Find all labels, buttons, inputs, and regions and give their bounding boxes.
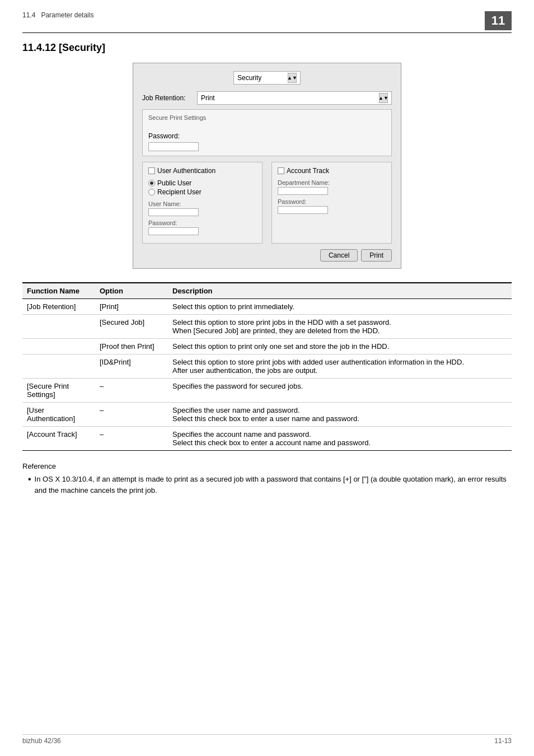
user-name-field: User Name: [148,200,256,216]
table-header-row: Function Name Option Description [22,283,512,299]
user-auth-checkbox[interactable] [148,167,155,174]
table-row: [Secured Job]Select this option to store… [22,315,512,339]
section-title: 11.4.12 [Security] [22,42,512,54]
public-user-radio-circle[interactable] [148,180,155,186]
dialog-top-row: Security ▲▼ [142,71,392,85]
footer-left: bizhub 42/36 [22,737,61,745]
reference-text: In OS X 10.3/10.4, if an attempt is made… [35,474,512,496]
account-track-checkbox[interactable] [278,167,284,174]
user-auth-section: User Authentication Public User Recipien… [142,162,263,244]
cell-option: [Proof then Print] [95,339,168,354]
col-description: Description [168,283,512,299]
cell-option: [Secured Job] [95,315,168,339]
recipient-user-label: Recipient User [157,188,202,196]
cell-description: Select this option to print only one set… [168,339,512,354]
radio-group: Public User Recipient User [148,179,256,196]
cell-function: [Job Retention] [22,299,95,315]
dept-name-label: Department Name: [278,179,386,186]
cell-function: [Secure Print Settings] [22,379,95,403]
job-retention-row: Job Retention: Print ▲▼ [142,91,392,105]
page-footer: bizhub 42/36 11-13 [22,734,512,745]
cell-description: Select this option to store print jobs i… [168,315,512,339]
dept-name-input[interactable] [278,187,328,195]
cell-function: [Account Track] [22,427,95,451]
secure-print-section: Secure Print Settings Password: [142,109,392,156]
user-name-label: User Name: [148,200,256,207]
reference-list: •In OS X 10.3/10.4, if an attempt is mad… [22,474,512,496]
account-password-input[interactable] [278,206,328,214]
account-track-section: Account Track Department Name: Password: [271,162,392,244]
account-track-checkbox-row[interactable]: Account Track [278,167,386,175]
dialog-wrapper: Security ▲▼ Job Retention: Print ▲▼ Secu… [22,63,512,269]
table-row: [ID&Print]Select this option to store pr… [22,354,512,379]
cell-option: [ID&Print] [95,354,168,379]
user-password-input[interactable] [148,227,199,235]
reference-section: Reference •In OS X 10.3/10.4, if an atte… [22,462,512,496]
table-row: [Proof then Print]Select this option to … [22,339,512,354]
job-retention-select[interactable]: Print ▲▼ [197,91,392,105]
section-label: 11.4 Parameter details [22,11,93,19]
public-user-radio[interactable]: Public User [148,179,256,187]
table-row: [User Authentication]–Specifies the user… [22,403,512,427]
account-password-field: Password: [278,198,386,214]
page-number: 11 [485,11,512,30]
reference-title: Reference [22,462,512,470]
cell-option: – [95,427,168,451]
security-dropdown[interactable]: Security ▲▼ [233,71,301,85]
footer-right: 11-13 [494,737,512,745]
job-retention-label: Job Retention: [142,94,193,102]
user-password-field: Password: [148,220,256,235]
user-auth-checkbox-row[interactable]: User Authentication [148,167,256,175]
recipient-user-radio-circle[interactable] [148,189,155,195]
user-password-label: Password: [148,220,256,226]
recipient-user-radio[interactable]: Recipient User [148,188,256,196]
dept-name-field: Department Name: [278,179,386,195]
col-option: Option [95,283,168,299]
col-function-name: Function Name [22,283,95,299]
cancel-button[interactable]: Cancel [320,249,358,262]
reference-item: •In OS X 10.3/10.4, if an attempt is mad… [28,474,512,496]
cell-description: Select this option to print immediately. [168,299,512,315]
user-auth-label: User Authentication [157,167,216,175]
cell-function [22,339,95,354]
cell-description: Specifies the account name and password.… [168,427,512,451]
print-button[interactable]: Print [361,249,392,262]
cell-option: – [95,379,168,403]
cell-option: – [95,403,168,427]
secure-password-input[interactable] [148,142,199,151]
secure-password-label: Password: [148,132,386,140]
job-retention-stepper[interactable]: ▲▼ [379,93,388,103]
dialog-footer: Cancel Print [142,249,392,262]
security-stepper[interactable]: ▲▼ [288,73,297,83]
function-table: Function Name Option Description [Job Re… [22,282,512,451]
user-name-input[interactable] [148,208,199,216]
page-header: 11.4 Parameter details 11 [22,11,512,33]
bullet-icon: • [28,474,31,496]
table-row: [Account Track]–Specifies the account na… [22,427,512,451]
two-col-section: User Authentication Public User Recipien… [142,162,392,244]
security-dialog: Security ▲▼ Job Retention: Print ▲▼ Secu… [133,63,401,269]
cell-function [22,354,95,379]
table-row: [Job Retention][Print]Select this option… [22,299,512,315]
account-track-label: Account Track [287,167,329,175]
secure-print-label: Secure Print Settings [148,114,386,121]
public-user-label: Public User [157,179,191,187]
cell-function [22,315,95,339]
account-password-label: Password: [278,198,386,205]
cell-function: [User Authentication] [22,403,95,427]
cell-option: [Print] [95,299,168,315]
cell-description: Specifies the user name and password.Sel… [168,403,512,427]
table-row: [Secure Print Settings]–Specifies the pa… [22,379,512,403]
cell-description: Select this option to store print jobs w… [168,354,512,379]
cell-description: Specifies the password for secured jobs. [168,379,512,403]
